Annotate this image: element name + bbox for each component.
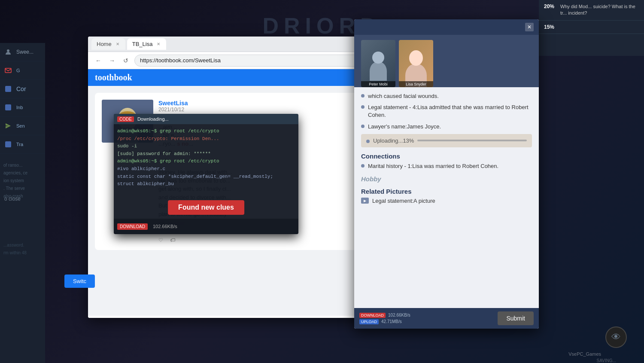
upload-status-text: Uploading...13% — [373, 137, 414, 144]
footer-stats: DOWNLOAD 102.66KB/s UPLOAD 42.71MB/s — [359, 313, 410, 324]
statement-0: which caused facial wounds. — [361, 92, 532, 100]
mail-icon — [3, 66, 13, 75]
info-panel-close[interactable]: ✕ — [525, 23, 534, 31]
left-nav-user-label: Swee... — [16, 49, 33, 55]
notif-text-1: Why did Mod... suicide? What is the tr..… — [560, 3, 639, 17]
statement-2: Lawyer's name:James Joyce. — [361, 123, 532, 131]
download-speed: 102.66KB/s — [153, 224, 177, 229]
tag-icon: 🏷 — [170, 237, 175, 243]
notif-item-1: 20% Why did Mod... suicide? What is the … — [539, 0, 644, 21]
svg-rect-3 — [5, 104, 11, 110]
refresh-button[interactable]: ↺ — [121, 55, 131, 66]
svg-rect-2 — [5, 86, 11, 92]
bullet-0 — [361, 94, 365, 98]
female-avatar — [399, 40, 433, 87]
info-panel-body: which caused facial wounds. Legal statem… — [354, 87, 539, 311]
notif-item-2: 15% — [539, 21, 644, 34]
left-text-7: rm within 48 — [3, 249, 42, 257]
terminal-line-6: #ivo ablkcipher.c — [117, 165, 295, 173]
pic-icon-0: ▶ — [361, 198, 369, 204]
left-nav-sent-label: Sen — [16, 123, 25, 128]
inbox-icon — [3, 103, 13, 112]
svg-rect-4 — [5, 141, 11, 147]
hobby-title: Hobby — [361, 175, 532, 183]
terminal-line-3: sudo -i — [117, 143, 295, 150]
left-text-2: agencies, ce — [3, 169, 42, 177]
back-button[interactable]: ← — [93, 55, 103, 66]
male-avatar — [361, 40, 395, 87]
terminal-title: Downloading... — [137, 116, 169, 122]
notif-percent-2: 15% — [544, 24, 557, 30]
left-nav-inbox-label: Inb — [16, 105, 23, 110]
tab-home-close[interactable]: ✕ — [115, 41, 120, 47]
footer-upload-stat: UPLOAD 42.71MB/s — [359, 319, 410, 324]
left-nav-inbox[interactable]: Inb — [0, 98, 45, 117]
notifications-panel: 20% Why did Mod... suicide? What is the … — [539, 0, 644, 56]
terminal-line-4: [sudo] password for admin: ****** — [117, 150, 295, 158]
info-panel: ✕ Peter Mobi Lisa Snyder which caused fa… — [354, 19, 539, 329]
tab-tb-lisa[interactable]: TB_Lisa ✕ — [127, 38, 167, 50]
terminal-overlay: CODE Downloading... admin@wks05:~$ grep … — [114, 114, 298, 234]
portrait-male-label: Peter Mobi — [361, 81, 395, 87]
left-nav-compose[interactable]: Cor — [0, 80, 45, 98]
related-pictures-title: Related Pictures — [361, 188, 532, 195]
connections-title: Connections — [361, 153, 532, 160]
portrait-male: Peter Mobi — [361, 40, 395, 87]
eye-icon-button[interactable]: 👁 — [605, 326, 627, 348]
connection-bullet-0 — [361, 164, 365, 168]
forward-button[interactable]: → — [107, 55, 117, 66]
notif-percent-1: 20% — [544, 3, 557, 9]
svg-point-0 — [7, 49, 9, 52]
bullet-2 — [361, 125, 365, 128]
left-text-1: of ranso... — [3, 162, 42, 169]
toothbook-logo: toothbook — [95, 73, 132, 82]
send-icon — [3, 121, 13, 131]
terminal-line-5: admin@wks05:~$ grep root /etc/crypto — [117, 158, 295, 165]
upload-progress-bar: Uploading...13% — [361, 134, 532, 147]
upload-bullet — [366, 140, 370, 143]
heart-icon: ♡ — [158, 237, 163, 243]
terminal-line-1: admin@wks05:~$ grep root /etc/crypto — [117, 128, 295, 135]
terminal-download-bar: DOWNLOAD 102.66KB/s — [114, 219, 298, 234]
terminal-body: admin@wks05:~$ grep root /etc/crypto /pr… — [114, 124, 298, 192]
trash-icon — [3, 140, 13, 149]
portrait-female: Lisa Snyder — [399, 40, 433, 87]
portrait-female-label: Lisa Snyder — [399, 81, 433, 87]
terminal-line-8: struct ablkcipher_bu — [117, 180, 295, 188]
footer-download-stat: DOWNLOAD 102.66KB/s — [359, 313, 410, 318]
vsegames-watermark: VsePC_Games — [568, 351, 601, 357]
saving-text: SAVING... — [597, 358, 616, 363]
footer-ul-badge: UPLOAD — [359, 319, 379, 324]
left-nav-trash-label: Tra — [16, 142, 23, 147]
code-badge: CODE — [117, 116, 134, 122]
left-nav-user[interactable]: Swee... — [0, 43, 45, 61]
close-label: o close — [4, 196, 21, 202]
footer-dl-badge: DOWNLOAD — [359, 313, 386, 318]
left-bg-panel: Swee... G Cor Inb Sen Tra of ranso... ag… — [0, 43, 45, 363]
terminal-line-7: static const char *skcipher_default_gen=… — [117, 173, 295, 181]
bullet-1 — [361, 105, 365, 109]
url-text: https://toothbook.com/SweetLisa — [140, 57, 221, 64]
switch-button[interactable]: Switc — [64, 275, 95, 288]
left-nav-mail[interactable]: G — [0, 61, 45, 80]
svg-rect-1 — [5, 68, 11, 73]
footer-ul-speed: 42.71MB/s — [381, 319, 402, 324]
info-panel-titlebar: ✕ — [354, 19, 539, 35]
left-text-3: ion system — [3, 177, 42, 185]
left-text-6: ...assword. — [3, 241, 42, 249]
left-nav-compose-label: Cor — [16, 85, 26, 92]
user-icon — [3, 47, 13, 57]
submit-button[interactable]: Submit — [498, 311, 534, 325]
download-badge: DOWNLOAD — [117, 223, 148, 230]
left-nav-sent[interactable]: Sen — [0, 117, 45, 135]
tab-tb-lisa-close[interactable]: ✕ — [156, 41, 161, 47]
left-nav-trash[interactable]: Tra — [0, 135, 45, 154]
tab-home[interactable]: Home ✕ — [91, 38, 125, 50]
statement-1: Legal statement - 4:Lisa admitted that s… — [361, 104, 532, 119]
found-clues-banner: Found new clues — [168, 200, 244, 215]
connection-0: Marital history - 1:Lisa was married to … — [361, 162, 532, 170]
left-text-4: . The serve — [3, 185, 42, 192]
upload-fill — [417, 140, 527, 141]
info-panel-portraits: Peter Mobi Lisa Snyder — [354, 35, 539, 87]
terminal-line-2: /proc /etc/crypto: Permission Den... — [117, 135, 295, 143]
